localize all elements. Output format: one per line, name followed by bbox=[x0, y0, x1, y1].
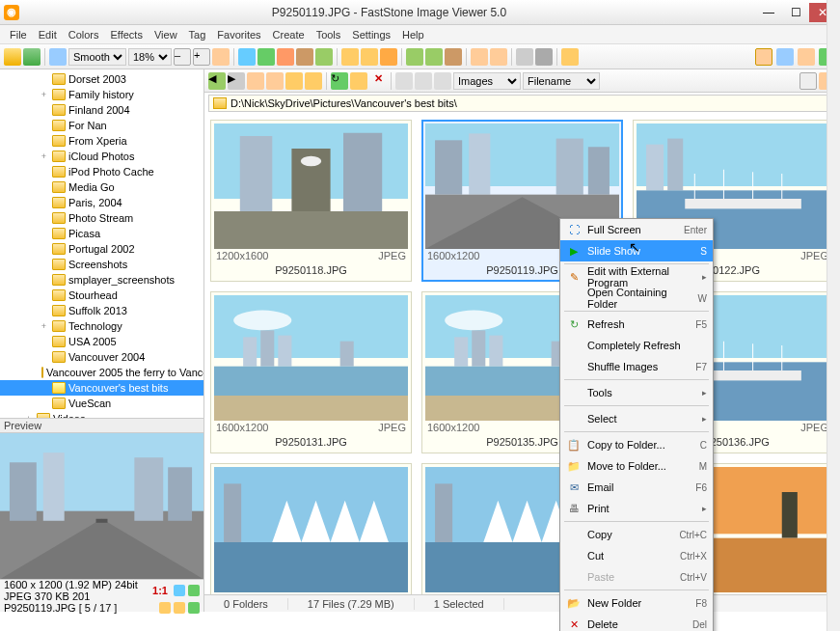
tree-item[interactable]: VueScan bbox=[0, 396, 203, 411]
maximize-button[interactable]: ☐ bbox=[782, 3, 809, 22]
menu-item-tools[interactable]: Tools▸ bbox=[560, 382, 713, 403]
redo-icon[interactable] bbox=[425, 48, 443, 66]
back-icon[interactable]: ◀ bbox=[208, 72, 226, 90]
zoom-mode-select[interactable]: Smooth bbox=[68, 48, 126, 66]
fullscreen-icon[interactable] bbox=[238, 48, 256, 66]
save-icon[interactable] bbox=[23, 48, 41, 66]
menu-item-refresh[interactable]: ↻RefreshF5 bbox=[560, 314, 713, 335]
menu-item-delete[interactable]: ✕DeleteDel bbox=[560, 614, 713, 631]
tool-icon[interactable] bbox=[315, 48, 333, 66]
menu-item-select[interactable]: Select▸ bbox=[560, 408, 713, 429]
tree-item[interactable]: Vancouver 2004 bbox=[0, 349, 203, 365]
menu-tools[interactable]: Tools bbox=[311, 27, 347, 42]
fit-icon[interactable] bbox=[174, 585, 185, 596]
tree-item[interactable]: Vancouver's best bits bbox=[0, 380, 203, 396]
fav-icon[interactable] bbox=[305, 72, 322, 90]
thumbs-scrollbar[interactable] bbox=[826, 114, 840, 594]
toggle-icon[interactable] bbox=[799, 72, 817, 90]
delete-icon[interactable]: ✕ bbox=[369, 72, 387, 90]
menu-effects[interactable]: Effects bbox=[105, 27, 149, 42]
zoom-pct-select[interactable]: 18% bbox=[128, 48, 172, 66]
tree-item[interactable]: iPod Photo Cache bbox=[0, 164, 203, 179]
thumbnail[interactable]: 1200x1600JPEGP9250118.JPG bbox=[210, 120, 412, 282]
tree-item[interactable]: Suffolk 2013 bbox=[0, 303, 203, 318]
rotate-right-icon[interactable] bbox=[361, 48, 378, 66]
tree-item[interactable]: +iCloud Photos bbox=[0, 149, 203, 164]
sort-select[interactable]: Filename bbox=[523, 72, 600, 90]
thumbnail-area[interactable]: 1200x1600JPEGP9250118.JPG1600x1200JPEGP9… bbox=[204, 114, 840, 594]
crop-icon[interactable] bbox=[445, 48, 462, 66]
minimize-button[interactable]: — bbox=[755, 3, 782, 22]
menu-item-move-to-folder-[interactable]: 📁Move to Folder...M bbox=[560, 455, 713, 477]
hand-icon[interactable] bbox=[212, 48, 230, 66]
view-thumbs-icon[interactable] bbox=[755, 48, 772, 66]
tree-item[interactable]: Stourhead bbox=[0, 288, 203, 303]
preview-image[interactable] bbox=[0, 433, 203, 579]
tool-icon[interactable] bbox=[296, 48, 313, 66]
expand-icon[interactable] bbox=[188, 585, 200, 596]
email-icon[interactable] bbox=[471, 48, 488, 66]
home-icon[interactable] bbox=[266, 72, 284, 90]
tree-item[interactable]: +Technology bbox=[0, 318, 203, 334]
path-input[interactable]: D:\Nick\SkyDrive\Pictures\Vancouver's be… bbox=[208, 95, 836, 112]
adjust-icon[interactable] bbox=[380, 48, 397, 66]
scan-icon[interactable] bbox=[516, 48, 533, 66]
view-mode-icon[interactable] bbox=[415, 72, 432, 90]
tree-item[interactable]: Dorset 2003 bbox=[0, 71, 203, 87]
menu-tag[interactable]: Tag bbox=[183, 27, 212, 42]
tree-item[interactable]: +Videos bbox=[0, 411, 203, 418]
menu-colors[interactable]: Colors bbox=[63, 27, 105, 42]
menu-help[interactable]: Help bbox=[396, 27, 430, 42]
folder-tree[interactable]: Dorset 2003+Family historyFinland 2004Fo… bbox=[0, 69, 203, 418]
tree-item[interactable]: Finland 2004 bbox=[0, 102, 203, 118]
tree-item[interactable]: Portugal 2002 bbox=[0, 241, 203, 257]
menu-settings[interactable]: Settings bbox=[346, 27, 396, 42]
settings-icon[interactable] bbox=[561, 48, 579, 66]
menu-item-completely-refresh[interactable]: Completely Refresh bbox=[560, 335, 713, 356]
view-mode-icon[interactable] bbox=[395, 72, 413, 90]
tree-item[interactable]: Media Go bbox=[0, 179, 203, 195]
play-icon[interactable] bbox=[188, 602, 200, 614]
menu-item-cut[interactable]: CutCtrl+X bbox=[560, 545, 713, 566]
menu-item-print[interactable]: 🖶Print▸ bbox=[560, 498, 713, 519]
tree-item[interactable]: +Family history bbox=[0, 87, 203, 102]
compare-icon[interactable] bbox=[277, 48, 294, 66]
rotate-left-icon[interactable] bbox=[341, 48, 359, 66]
forward-icon[interactable]: ▶ bbox=[228, 72, 245, 90]
zoom-out-icon[interactable]: – bbox=[174, 48, 191, 66]
thumbnail[interactable]: 1600x1200JPEGP9250131.JPG bbox=[210, 291, 412, 453]
print-icon[interactable] bbox=[535, 48, 553, 66]
open-icon[interactable] bbox=[4, 48, 21, 66]
tree-item[interactable]: Picasa bbox=[0, 226, 203, 241]
copy-icon[interactable] bbox=[490, 48, 507, 66]
up-icon[interactable] bbox=[247, 72, 264, 90]
thumbnail[interactable]: 1600x1200JPEGP9260142.JPG bbox=[210, 463, 412, 594]
menu-item-email[interactable]: ✉EmailF6 bbox=[560, 477, 713, 498]
view-detail-icon[interactable] bbox=[798, 48, 815, 66]
filter-select[interactable]: Images bbox=[453, 72, 521, 90]
tree-item[interactable]: USA 2005 bbox=[0, 334, 203, 349]
new-folder-icon[interactable] bbox=[285, 72, 303, 90]
slideshow-icon[interactable] bbox=[257, 48, 275, 66]
tree-item[interactable]: Photo Stream bbox=[0, 210, 203, 226]
zoom-in-icon[interactable]: + bbox=[193, 48, 210, 66]
tree-item[interactable]: Paris, 2004 bbox=[0, 195, 203, 210]
view-mode-icon[interactable] bbox=[434, 72, 451, 90]
view-list-icon[interactable] bbox=[776, 48, 794, 66]
tree-item[interactable]: smplayer_screenshots bbox=[0, 272, 203, 288]
menu-view[interactable]: View bbox=[149, 27, 183, 42]
menu-item-copy[interactable]: CopyCtrl+C bbox=[560, 524, 713, 545]
menu-item-full-screen[interactable]: ⛶Full ScreenEnter bbox=[560, 219, 713, 240]
tree-item[interactable]: Vancouver 2005 the ferry to Vancouver bbox=[0, 365, 203, 380]
menu-create[interactable]: Create bbox=[267, 27, 311, 42]
menu-item-new-folder[interactable]: 📂New FolderF8 bbox=[560, 592, 713, 614]
prev-icon[interactable] bbox=[159, 602, 171, 614]
undo-icon[interactable] bbox=[406, 48, 423, 66]
menu-edit[interactable]: Edit bbox=[33, 27, 63, 42]
tag-icon[interactable] bbox=[350, 72, 367, 90]
tree-item[interactable]: From Xperia bbox=[0, 133, 203, 149]
next-icon[interactable] bbox=[174, 602, 185, 614]
menu-item-edit-with-external-program[interactable]: ✎Edit with External Program▸ bbox=[560, 266, 713, 288]
refresh-icon[interactable]: ↻ bbox=[331, 72, 348, 90]
arrow-icon[interactable] bbox=[49, 48, 67, 66]
